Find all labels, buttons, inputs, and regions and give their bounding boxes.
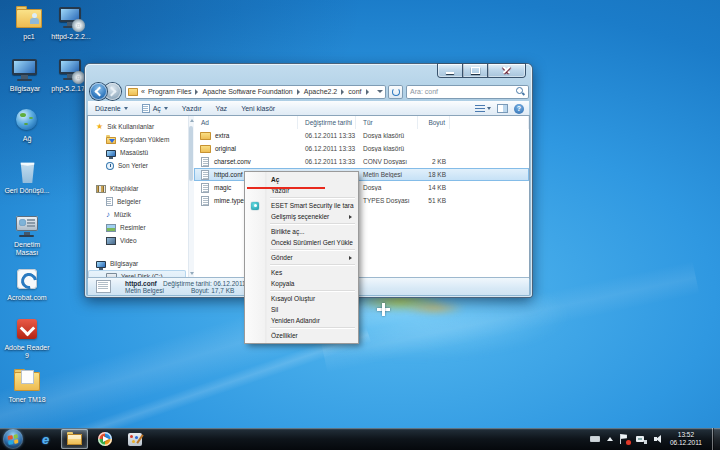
scrollbar-thumb[interactable] [189,126,193,181]
menu-item-rename[interactable]: Yeniden Adlandır [245,315,358,326]
help-icon[interactable]: ? [514,104,524,114]
clock-date: 06.12.2011 [670,439,702,447]
desktop-icon-label: Geri Dönüşü... [2,187,52,195]
volume-tray-icon[interactable] [654,434,664,444]
chevron-right-icon[interactable] [195,89,198,95]
file-row-original[interactable]: original 06.12.2011 13:33Dosya klasörü [194,142,529,155]
column-header-name[interactable]: Ad [194,116,298,129]
network-tray-icon[interactable] [636,435,647,444]
breadcrumb-segment[interactable]: conf [348,88,361,95]
desktop-icon-computer[interactable]: Bilgisayar [0,57,50,93]
open-button[interactable]: Aç [135,101,175,116]
desktop-icon-acrobat-com[interactable]: Acrobat.com [2,266,52,302]
menu-item-cut[interactable]: Kes [245,267,358,278]
search-icon[interactable] [516,87,525,96]
computer-icon [10,57,40,84]
column-header-type[interactable]: Tür [356,116,418,129]
menu-item-send-to[interactable]: Gönder [245,252,358,263]
search-input[interactable]: Ara: conf [406,85,529,99]
preview-pane-icon[interactable] [497,104,508,113]
details-file-name: httpd.conf [125,280,157,287]
print-button[interactable]: Yazdır [175,101,209,116]
sidebar-item-pictures[interactable]: Resimler [88,221,194,234]
desktop-icon-httpd-installer[interactable]: httpd-2.2.2... [44,5,98,41]
sidebar-section-computer[interactable]: Bilgisayar [88,257,194,270]
close-button[interactable] [488,64,525,77]
menu-item-eset-scan[interactable]: ESET Smart Security ile tara [245,200,358,211]
adobe-reader-icon [12,316,42,343]
menu-item-restore-previous-versions[interactable]: Önceki Sürümleri Geri Yükle [245,237,358,248]
sidebar-section-favorites[interactable]: ★ Sık Kullanılanlar [88,120,194,133]
show-hidden-icons-arrow[interactable] [607,437,613,441]
desktop-icon [106,150,116,157]
column-header-size[interactable]: Boyut [418,116,450,129]
scroll-down-icon[interactable] [190,272,194,275]
sidebar-item-video[interactable]: Video [88,234,194,247]
breadcrumb-overflow[interactable]: « [141,88,145,95]
back-button[interactable] [90,83,107,100]
context-menu: Aç Yazdır ESET Smart Security ile tara G… [245,172,358,343]
burn-button[interactable]: Yaz [209,101,235,116]
file-row-charset-conv[interactable]: charset.conv 06.12.2011 13:33CONV Dosyas… [194,155,529,168]
taskbar-clock[interactable]: 13:52 06.12.2011 [670,431,702,447]
system-tray: 13:52 06.12.2011 [590,428,712,450]
file-icon [201,157,209,167]
menu-item-copy[interactable]: Kopyala [245,278,358,289]
chevron-down-icon[interactable] [487,107,491,110]
menu-item-open-with[interactable]: Birlikte aç... [245,226,358,237]
chevron-right-icon[interactable] [297,89,300,95]
menu-item-advanced-options[interactable]: Gelişmiş seçenekler [245,211,358,222]
music-note-icon: ♪ [106,210,110,219]
address-toolbar: « Program Files Apache Software Foundati… [88,83,529,100]
chevron-right-icon[interactable] [366,89,369,95]
desktop-icon-recycle-bin[interactable]: Geri Dönüşü... [2,159,52,195]
change-view-icon[interactable] [475,105,485,113]
menu-separator [270,223,355,224]
sidebar-section-libraries[interactable]: Kitaplıklar [88,182,194,195]
column-header-date[interactable]: Değiştirme tarihi [298,116,356,129]
menu-item-properties[interactable]: Özellikler [245,330,358,341]
folder-icon [200,132,211,140]
sidebar-item-recent-places[interactable]: Son Yerler [88,159,194,172]
action-center-flag-icon[interactable] [620,434,629,444]
taskbar-item-internet-explorer[interactable]: e [32,429,59,449]
menu-item-open[interactable]: Aç [245,174,358,185]
menu-item-delete[interactable]: Sil [245,304,358,315]
device-tray-icon[interactable] [590,436,600,442]
taskbar-item-paint-tool[interactable] [121,429,148,449]
breadcrumb-segment[interactable]: Apache2.2 [304,88,337,95]
menu-separator [270,290,355,291]
sidebar-item-downloads[interactable]: Karşıdan Yüklem [88,133,194,146]
history-dropdown-icon[interactable] [377,90,383,93]
sidebar-item-local-disk-c[interactable]: Yerel Disk (C:) [88,270,186,278]
menu-separator [270,264,355,265]
file-row-extra[interactable]: extra 06.12.2011 13:33Dosya klasörü [194,129,529,142]
desktop-icon-adobe-reader[interactable]: Adobe Reader 9 [2,316,52,360]
sidebar-item-desktop[interactable]: Masaüstü [88,146,194,159]
chevron-right-icon[interactable] [341,89,344,95]
desktop-icon-label: Toner TM18 [2,396,52,404]
desktop-icon-toner-folder[interactable]: Toner TM18 [2,368,52,404]
new-folder-button[interactable]: Yeni klasör [234,101,282,116]
sidebar-item-documents[interactable]: Belgeler [88,195,194,208]
desktop-icon-label: Adobe Reader 9 [2,344,52,360]
chevron-down-icon [164,107,168,110]
desktop-icon-label: Bilgisayar [0,85,50,93]
breadcrumb-segment[interactable]: Apache Software Foundation [202,88,292,95]
refresh-button[interactable] [388,85,403,99]
menu-item-create-shortcut[interactable]: Kısayol Oluştur [245,293,358,304]
taskbar-item-media-player[interactable] [91,429,118,449]
start-button[interactable] [3,429,23,449]
desktop-icon-control-panel[interactable]: Denetim Masası [2,213,52,257]
installer-icon [56,57,86,84]
minimize-button[interactable] [438,64,463,77]
sidebar-item-music[interactable]: ♪ Müzik [88,208,194,221]
breadcrumb[interactable]: « Program Files Apache Software Foundati… [125,85,386,99]
taskbar-item-explorer[interactable] [61,429,88,449]
organize-button[interactable]: Düzenle [88,101,135,116]
desktop-icon-network[interactable]: Ağ [2,107,52,143]
maximize-button[interactable] [463,64,488,77]
breadcrumb-segment[interactable]: Program Files [148,88,192,95]
scroll-up-icon[interactable] [190,119,194,122]
show-desktop-button[interactable] [712,428,720,450]
